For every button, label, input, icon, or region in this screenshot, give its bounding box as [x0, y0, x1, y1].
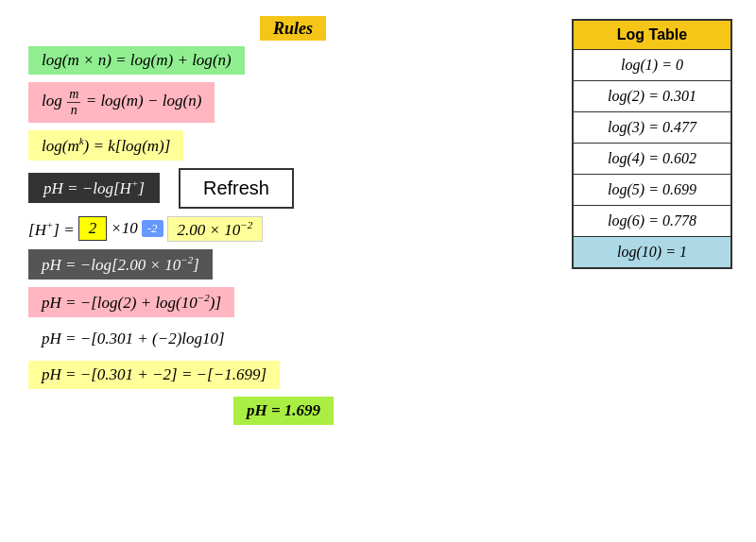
step5-box: pH = 1.699: [233, 397, 334, 425]
rule1-text: log(m × n) = log(m) + log(n): [42, 51, 232, 70]
log-table-row: log(1) = 0: [574, 49, 730, 80]
step1-text: pH = −log[2.00 × 10−2]: [42, 256, 199, 274]
rules-label: Rules: [260, 16, 326, 41]
step3-text: pH = −[0.301 + (−2)log10]: [42, 330, 225, 347]
h-plus-prefix: [H+] =: [28, 219, 75, 240]
step4-text: pH = −[0.301 + −2] = −[−1.699]: [42, 365, 266, 383]
step4-box: pH = −[0.301 + −2] = −[−1.699]: [28, 361, 280, 389]
log-table-header: Log Table: [574, 21, 730, 49]
log-table-row: log(2) = 0.301: [574, 80, 730, 111]
step2-box: pH = −[log(2) + log(10−2)]: [28, 287, 234, 317]
log-table-row: log(6) = 0.778: [574, 205, 730, 236]
ph-formula-text: pH = −log[H+]: [43, 179, 145, 197]
h-plus-result: 2.00 × 10−2: [167, 216, 264, 243]
rule1-box: log(m × n) = log(m) + log(n): [28, 46, 245, 75]
ph-formula-box: pH = −log[H+]: [28, 173, 160, 203]
rule3-text: log(mk) = k[log(m)]: [42, 135, 170, 156]
h-plus-times: ×10: [111, 219, 137, 238]
step2-text: pH = −[log(2) + log(10−2)]: [42, 294, 221, 312]
h-plus-exp: -2: [142, 220, 163, 237]
refresh-button[interactable]: Refresh: [179, 168, 294, 209]
rule2-text: log m n = log(m) − log(n): [42, 87, 201, 118]
step5-text: pH = 1.699: [247, 401, 320, 419]
h-plus-value: 2: [78, 216, 108, 241]
log-table-row: log(4) = 0.602: [574, 143, 730, 174]
step1-box: pH = −log[2.00 × 10−2]: [28, 249, 213, 279]
step3-box: pH = −[0.301 + (−2)log10]: [28, 325, 238, 353]
log-table-panel: Log Table log(1) = 0 log(2) = 0.301 log(…: [558, 9, 747, 533]
log-table-row: log(5) = 0.699: [574, 174, 730, 205]
log-table-row: log(3) = 0.477: [574, 111, 730, 143]
ph-refresh-row: pH = −log[H+] Refresh: [28, 168, 294, 209]
log-table-row-highlight: log(10) = 1: [574, 236, 730, 267]
rule2-box: log m n = log(m) − log(n): [28, 82, 215, 123]
log-table: Log Table log(1) = 0 log(2) = 0.301 log(…: [572, 19, 732, 269]
h-plus-row: [H+] = 2 ×10 -2 2.00 × 10−2: [28, 216, 263, 243]
rule3-box: log(mk) = k[log(m)]: [28, 130, 183, 161]
